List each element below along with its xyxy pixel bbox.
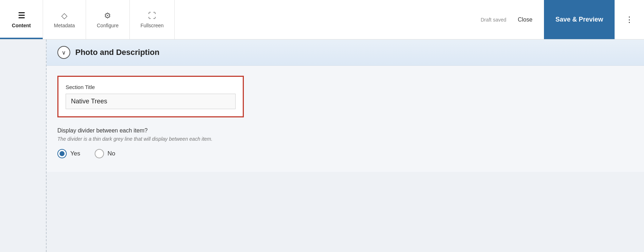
radio-no-option[interactable]: No xyxy=(95,149,115,158)
tab-bar: ☰ Content ◇ Metadata ⚙ Configure ⛶ Fulls… xyxy=(0,0,473,39)
section-heading: Photo and Description xyxy=(75,48,160,57)
draft-status: Draft saved xyxy=(480,17,506,23)
top-bar: ☰ Content ◇ Metadata ⚙ Configure ⛶ Fulls… xyxy=(0,0,644,39)
left-sidebar xyxy=(0,39,47,252)
section-title-input[interactable] xyxy=(66,94,236,109)
radio-no-circle xyxy=(95,149,104,158)
tab-content[interactable]: ☰ Content xyxy=(0,0,43,39)
collapse-button[interactable]: ∨ xyxy=(57,46,70,59)
tab-configure-label: Configure xyxy=(97,23,119,28)
radio-no-label: No xyxy=(108,150,115,157)
radio-group: Yes No xyxy=(57,149,633,158)
tab-metadata-label: Metadata xyxy=(54,23,75,28)
metadata-icon: ◇ xyxy=(61,11,67,20)
section-title-label: Section Title xyxy=(66,84,236,90)
divider-question-label: Display divider between each item? xyxy=(57,127,633,134)
section-header: ∨ Photo and Description xyxy=(47,39,644,66)
divider-hint: The divider is a thin dark grey line tha… xyxy=(57,136,633,142)
more-options-button[interactable]: ⋮ xyxy=(622,15,637,24)
tab-fullscreen[interactable]: ⛶ Fullscreen xyxy=(130,0,175,39)
tab-fullscreen-label: Fullscreen xyxy=(141,23,164,28)
divider-question-group: Display divider between each item? The d… xyxy=(57,127,633,158)
content-area: ∨ Photo and Description Section Title Di… xyxy=(47,39,644,252)
chevron-down-icon: ∨ xyxy=(62,49,66,56)
tab-metadata[interactable]: ◇ Metadata xyxy=(43,0,86,39)
main-content: ∨ Photo and Description Section Title Di… xyxy=(0,39,644,252)
tab-content-label: Content xyxy=(12,23,31,28)
section-panel: ∨ Photo and Description Section Title Di… xyxy=(47,39,644,172)
section-title-field-group: Section Title xyxy=(57,76,244,117)
content-icon: ☰ xyxy=(18,11,25,20)
radio-yes-circle xyxy=(57,149,67,158)
top-bar-actions: Draft saved Close Save & Preview ⋮ xyxy=(473,0,644,39)
section-body: Section Title Display divider between ea… xyxy=(47,66,644,172)
save-preview-button[interactable]: Save & Preview xyxy=(544,0,615,39)
radio-yes-option[interactable]: Yes xyxy=(57,149,80,158)
configure-icon: ⚙ xyxy=(104,11,111,20)
fullscreen-icon: ⛶ xyxy=(148,11,156,20)
radio-yes-label: Yes xyxy=(70,150,80,157)
close-button[interactable]: Close xyxy=(513,14,537,26)
tab-configure[interactable]: ⚙ Configure xyxy=(86,0,130,39)
